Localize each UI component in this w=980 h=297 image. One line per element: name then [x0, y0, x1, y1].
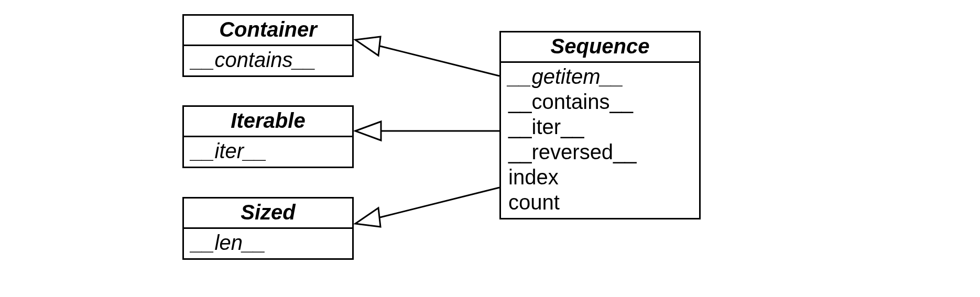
- class-sized-method-0: __len__: [191, 230, 345, 255]
- class-sequence-method-5: count: [508, 190, 692, 215]
- svg-marker-3: [355, 122, 381, 140]
- class-sized: Sized __len__: [182, 197, 354, 260]
- class-sequence-method-1: __contains__: [508, 89, 692, 114]
- class-sequence-title: Sequence: [501, 32, 699, 63]
- class-sequence-method-0: __getitem__: [508, 64, 692, 89]
- class-container-method-0: __contains__: [191, 47, 345, 72]
- class-container: Container __contains__: [182, 14, 354, 77]
- class-sequence: Sequence __getitem__ __contains__ __iter…: [499, 31, 701, 219]
- svg-line-0: [380, 46, 499, 76]
- class-sequence-body: __getitem__ __contains__ __iter__ __reve…: [501, 63, 699, 218]
- uml-diagram: Container __contains__ Iterable __iter__…: [0, 0, 980, 297]
- class-iterable-title: Iterable: [184, 107, 352, 137]
- class-sized-title: Sized: [184, 199, 352, 229]
- class-container-body: __contains__: [184, 46, 352, 75]
- svg-marker-1: [355, 37, 380, 56]
- svg-marker-5: [355, 208, 380, 227]
- class-container-title: Container: [184, 16, 352, 46]
- connectors: [0, 0, 980, 297]
- class-iterable: Iterable __iter__: [182, 105, 354, 168]
- arrow-sequence-to-sized: [355, 188, 499, 227]
- svg-line-4: [380, 188, 499, 217]
- arrow-sequence-to-iterable: [355, 122, 499, 140]
- arrow-sequence-to-container: [355, 37, 499, 76]
- class-sequence-method-4: index: [508, 164, 692, 190]
- class-iterable-method-0: __iter__: [191, 138, 345, 163]
- class-sequence-method-3: __reversed__: [508, 139, 692, 164]
- class-sized-body: __len__: [184, 229, 352, 258]
- class-iterable-body: __iter__: [184, 137, 352, 167]
- class-sequence-method-2: __iter__: [508, 114, 692, 139]
